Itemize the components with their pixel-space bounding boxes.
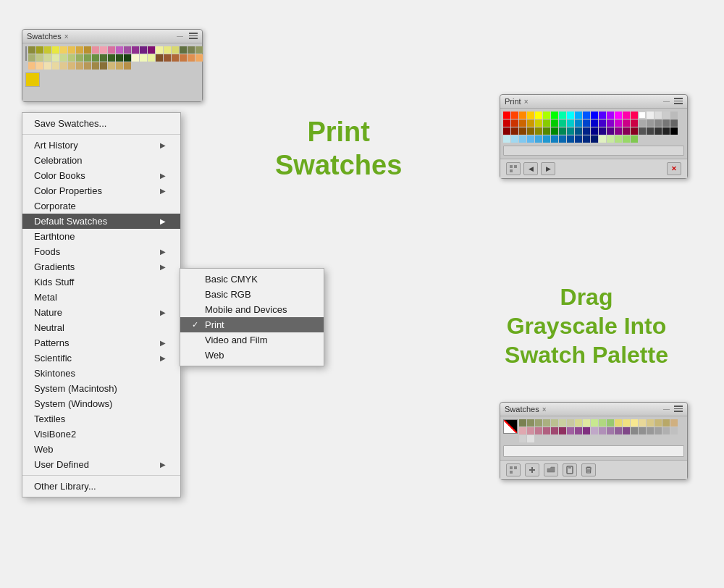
svg-rect-5: [510, 471, 513, 474]
bottom-add-btn[interactable]: [525, 463, 539, 476]
menu-separator-1: [22, 134, 180, 135]
menu-item-color-books[interactable]: Color Books ▶: [22, 168, 180, 183]
submenu-item-label: Video and Film: [205, 335, 267, 345]
print-swatches-label: Print Swatches: [275, 116, 402, 182]
menu-item-label: Other Library...: [34, 481, 96, 492]
svg-rect-9: [568, 466, 571, 469]
print-swatches-line1: Print: [275, 116, 402, 149]
submenu-item-label: Mobile and Devices: [205, 304, 287, 315]
submenu-arrow-icon: ▶: [160, 263, 166, 271]
print-panel: Print × —: [500, 94, 688, 179]
menu-item-earthtone[interactable]: Earthtone: [22, 229, 180, 244]
default-swatches-submenu: Basic CMYK Basic RGB Mobile and Devices …: [180, 268, 324, 366]
swatches-grid-area: [22, 43, 202, 101]
menu-item-label: Celebration: [34, 155, 83, 166]
checkmark-icon: [192, 336, 201, 345]
submenu-arrow-icon: ▶: [160, 141, 166, 149]
menu-item-art-history[interactable]: Art History ▶: [22, 138, 180, 153]
swatches-titlebar: Swatches × —: [22, 30, 202, 43]
menu-item-visibone2[interactable]: VisiBone2: [22, 427, 180, 442]
bottom-panel-footer: [500, 460, 687, 479]
menu-item-web[interactable]: Web: [22, 442, 180, 457]
menu-item-user-defined[interactable]: User Defined ▶: [22, 457, 180, 472]
menu-item-skintones[interactable]: Skintones: [22, 366, 180, 381]
submenu-item-label: Basic CMYK: [205, 274, 258, 285]
menu-item-label: VisiBone2: [34, 429, 76, 440]
next-btn[interactable]: ▶: [541, 162, 555, 175]
menu-item-neutral[interactable]: Neutral: [22, 320, 180, 335]
print-panel-footer: ◀ ▶ ✕: [500, 159, 687, 178]
menu-item-label: Neutral: [34, 322, 64, 333]
menu-item-foods[interactable]: Foods ▶: [22, 244, 180, 259]
menu-item-corporate[interactable]: Corporate: [22, 198, 180, 214]
menu-item-label: Skintones: [34, 368, 75, 379]
submenu-item-label: Web: [205, 350, 224, 361]
submenu-item-basic-rgb[interactable]: Basic RGB: [180, 287, 324, 302]
menu-item-patterns[interactable]: Patterns ▶: [22, 335, 180, 350]
menu-item-other-library[interactable]: Other Library...: [22, 479, 180, 494]
menu-item-label: Kids Stuff: [34, 277, 74, 287]
menu-item-label: Foods: [34, 246, 60, 257]
delete-btn[interactable]: ✕: [667, 162, 681, 175]
submenu-arrow-icon: ▶: [160, 461, 166, 469]
menu-item-label: Web: [34, 444, 54, 455]
swatches-tab[interactable]: Swatches ×: [27, 32, 69, 41]
print-panel-menu-icon[interactable]: [674, 98, 683, 105]
menu-item-default-swatches[interactable]: Default Swatches ▶: [22, 214, 180, 229]
submenu-arrow-icon: ▶: [160, 248, 166, 256]
submenu-item-print[interactable]: ✓ Print: [180, 317, 324, 332]
menu-item-system-mac[interactable]: System (Macintosh): [22, 381, 180, 396]
bottom-swatches-btn[interactable]: [506, 463, 521, 476]
bottom-delete-btn[interactable]: [581, 463, 596, 476]
swatches-btn[interactable]: [506, 162, 521, 175]
bottom-panel-input[interactable]: [503, 445, 684, 457]
swatches-close-icon[interactable]: ×: [64, 33, 69, 41]
menu-item-label: Color Properties: [34, 185, 102, 196]
menu-item-color-properties[interactable]: Color Properties ▶: [22, 183, 180, 198]
menu-item-nature[interactable]: Nature ▶: [22, 305, 180, 320]
menu-item-gradients[interactable]: Gradients ▶: [22, 259, 180, 274]
swatches-bottom-titlebar: Swatches × —: [500, 403, 687, 416]
menu-item-metal[interactable]: Metal: [22, 290, 180, 305]
swatches-tab-label: Swatches: [27, 32, 62, 41]
drag-text-line1: Drag: [471, 282, 702, 311]
menu-item-label: User Defined: [34, 459, 89, 470]
fg-bg-icon-bottom[interactable]: [503, 419, 518, 434]
submenu-item-video-film[interactable]: Video and Film: [180, 332, 324, 348]
svg-rect-0: [510, 165, 513, 168]
bottom-save-btn[interactable]: [563, 463, 577, 476]
yellow-swatch[interactable]: [25, 72, 40, 87]
checkmark-icon: ✓: [192, 320, 201, 329]
swatches-bottom-close-icon[interactable]: ×: [542, 406, 547, 413]
swatches-bottom-menu-icon[interactable]: [674, 406, 683, 413]
menu-separator-2: [22, 475, 180, 476]
submenu-item-basic-cmyk[interactable]: Basic CMYK: [180, 272, 324, 287]
print-tab[interactable]: Print ×: [505, 97, 528, 106]
menu-item-textiles[interactable]: Textiles: [22, 411, 180, 427]
prev-btn[interactable]: ◀: [523, 162, 538, 175]
menu-item-label: Art History: [34, 140, 78, 151]
swatches-grid: [28, 46, 203, 70]
menu-item-save-swatches[interactable]: Save Swatches...: [22, 116, 180, 131]
print-close-icon[interactable]: ×: [524, 98, 529, 106]
swatches-panel-bottom: Swatches × —: [500, 402, 688, 480]
submenu-item-label: Print: [205, 319, 224, 330]
print-panel-scrollbar[interactable]: [503, 146, 684, 156]
menu-item-label: Nature: [34, 307, 62, 318]
panel-menu-icon[interactable]: [189, 33, 198, 40]
submenu-item-web[interactable]: Web: [180, 348, 324, 363]
menu-item-label: Patterns: [34, 337, 69, 348]
menu-item-scientific[interactable]: Scientific ▶: [22, 350, 180, 366]
submenu-arrow-icon: ▶: [160, 187, 166, 195]
menu-item-label: Gradients: [34, 261, 75, 272]
menu-item-kids-stuff[interactable]: Kids Stuff: [22, 274, 180, 290]
submenu-item-label: Basic RGB: [205, 289, 251, 300]
menu-item-label: Color Books: [34, 170, 85, 181]
bottom-folder-btn[interactable]: [544, 463, 558, 476]
submenu-item-mobile-devices[interactable]: Mobile and Devices: [180, 302, 324, 317]
menu-item-celebration[interactable]: Celebration: [22, 153, 180, 168]
foreground-background-icon[interactable]: [25, 46, 27, 61]
swatches-bottom-tab[interactable]: Swatches ×: [505, 405, 547, 413]
menu-item-system-win[interactable]: System (Windows): [22, 396, 180, 411]
submenu-arrow-icon: ▶: [160, 308, 166, 316]
